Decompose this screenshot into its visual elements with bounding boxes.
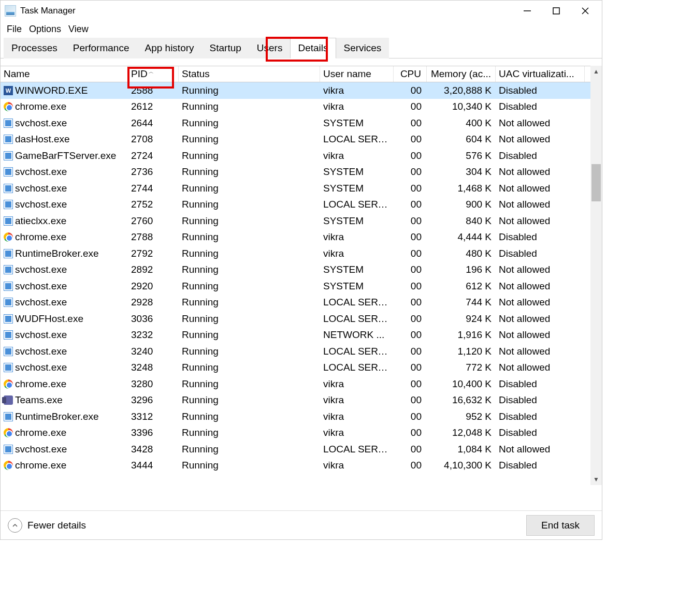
process-status: Running [179, 85, 320, 96]
process-cpu: 00 [394, 101, 427, 112]
process-cpu: 00 [394, 346, 427, 357]
process-row[interactable]: svchost.exe2744RunningSYSTEM001,468 KNot… [1, 180, 602, 197]
process-uac: Not allowed [496, 444, 585, 455]
menu-file[interactable]: File [4, 23, 25, 36]
process-row[interactable]: WWINWORD.EXE2588Runningvikra003,20,888 K… [1, 82, 602, 99]
scroll-thumb[interactable] [591, 164, 601, 201]
process-cpu: 00 [394, 199, 427, 210]
column-header-memory[interactable]: Memory (ac... [427, 66, 496, 82]
process-cpu: 00 [394, 297, 427, 308]
process-cpu: 00 [394, 444, 427, 455]
process-pid: 2760 [128, 215, 179, 227]
process-status: Running [179, 313, 320, 325]
process-cpu: 00 [394, 378, 427, 390]
process-pid: 3280 [128, 378, 179, 390]
process-row[interactable]: GameBarFTServer.exe2724Runningvikra00576… [1, 148, 602, 164]
footer-bar: Fewer details End task [1, 510, 602, 539]
process-status: Running [179, 101, 320, 112]
process-row[interactable]: svchost.exe2736RunningSYSTEM00304 KNot a… [1, 164, 602, 181]
process-user: LOCAL SERV... [320, 313, 394, 325]
tab-users[interactable]: Users [249, 38, 291, 58]
process-cpu: 00 [394, 394, 427, 406]
column-header-user[interactable]: User name [320, 66, 394, 82]
process-status: Running [179, 199, 320, 210]
process-row[interactable]: svchost.exe2892RunningSYSTEM00196 KNot a… [1, 262, 602, 278]
process-row[interactable]: WUDFHost.exe3036RunningLOCAL SERV...0092… [1, 311, 602, 327]
chrome-icon [4, 379, 13, 389]
process-row[interactable]: Teams.exe3296Runningvikra0016,632 KDisab… [1, 392, 602, 409]
tab-app-history[interactable]: App history [137, 38, 201, 58]
process-uac: Disabled [496, 248, 585, 259]
process-name: WUDFHost.exe [15, 313, 83, 325]
process-user: vikra [320, 427, 394, 438]
column-header-status[interactable]: Status [179, 66, 320, 82]
maximize-button[interactable] [550, 5, 562, 17]
process-pid: 3296 [128, 394, 179, 406]
process-pid: 2920 [128, 281, 179, 292]
process-user: LOCAL SERV... [320, 199, 394, 210]
process-cpu: 00 [394, 183, 427, 194]
process-status: Running [179, 297, 320, 308]
process-row[interactable]: svchost.exe2644RunningSYSTEM00400 KNot a… [1, 115, 602, 131]
process-row[interactable]: svchost.exe2752RunningLOCAL SERV...00900… [1, 197, 602, 213]
process-name: svchost.exe [15, 297, 67, 308]
close-button[interactable] [579, 5, 591, 17]
fewer-details-button[interactable]: Fewer details [8, 518, 86, 533]
column-header-name[interactable]: Name [1, 66, 128, 82]
process-row[interactable]: svchost.exe2920RunningSYSTEM00612 KNot a… [1, 278, 602, 295]
tab-performance[interactable]: Performance [65, 38, 137, 58]
process-row[interactable]: chrome.exe3396Runningvikra0012,048 KDisa… [1, 425, 602, 442]
process-row[interactable]: atieclxx.exe2760RunningSYSTEM00840 KNot … [1, 213, 602, 229]
tab-services[interactable]: Services [336, 38, 389, 58]
process-row[interactable]: RuntimeBroker.exe3312Runningvikra00952 K… [1, 408, 602, 425]
process-name: svchost.exe [15, 362, 67, 373]
vertical-scrollbar[interactable]: ▲ ▼ [590, 66, 602, 485]
chrome-icon [4, 428, 13, 437]
process-name: svchost.exe [15, 281, 67, 292]
column-header-uac[interactable]: UAC virtualizati... [496, 66, 585, 82]
generic-icon [4, 314, 13, 324]
tab-bar: ProcessesPerformanceApp historyStartupUs… [1, 38, 602, 58]
minimize-button[interactable] [521, 5, 533, 17]
tab-processes[interactable]: Processes [4, 38, 65, 58]
process-status: Running [179, 394, 320, 406]
process-uac: Disabled [496, 101, 585, 112]
scroll-down-arrow[interactable]: ▼ [590, 474, 602, 485]
process-row[interactable]: svchost.exe3232RunningNETWORK ...001,916… [1, 327, 602, 344]
process-row[interactable]: svchost.exe3240RunningLOCAL SERV...001,1… [1, 343, 602, 360]
process-cpu: 00 [394, 362, 427, 373]
process-row[interactable]: dasHost.exe2708RunningLOCAL SERV...00604… [1, 131, 602, 148]
process-row[interactable]: svchost.exe3428RunningLOCAL SERV...001,0… [1, 441, 602, 458]
process-row[interactable]: chrome.exe2788Runningvikra004,444 KDisab… [1, 229, 602, 246]
process-cpu: 00 [394, 215, 427, 227]
process-memory: 304 K [427, 166, 496, 178]
process-row[interactable]: RuntimeBroker.exe2792Runningvikra00480 K… [1, 245, 602, 262]
tab-details[interactable]: Details [290, 38, 336, 58]
process-cpu: 00 [394, 150, 427, 162]
column-header-cpu[interactable]: CPU [394, 66, 427, 82]
process-uac: Disabled [496, 427, 585, 438]
chrome-icon [4, 461, 13, 470]
process-row[interactable]: svchost.exe3248RunningLOCAL SERV...00772… [1, 360, 602, 376]
process-cpu: 00 [394, 460, 427, 471]
scroll-up-arrow[interactable]: ▲ [590, 66, 602, 77]
process-name: RuntimeBroker.exe [15, 248, 99, 259]
tab-startup[interactable]: Startup [202, 38, 249, 58]
process-user: LOCAL SERV... [320, 134, 394, 145]
end-task-button[interactable]: End task [526, 515, 595, 536]
process-row[interactable]: chrome.exe2612Runningvikra0010,340 KDisa… [1, 99, 602, 115]
process-status: Running [179, 362, 320, 373]
details-table: NamePID︿StatusUser nameCPUMemory (ac...U… [1, 66, 602, 485]
process-row[interactable]: chrome.exe3280Runningvikra0010,400 KDisa… [1, 376, 602, 392]
process-row[interactable]: chrome.exe3444Runningvikra004,10,300 KDi… [1, 458, 602, 474]
chevron-up-icon [8, 518, 22, 533]
column-header-pid[interactable]: PID︿ [128, 66, 179, 82]
process-name: svchost.exe [15, 118, 67, 129]
menu-view[interactable]: View [65, 23, 92, 36]
process-row[interactable]: svchost.exe2928RunningLOCAL SERV...00744… [1, 295, 602, 311]
generic-icon [4, 216, 13, 226]
process-uac: Disabled [496, 394, 585, 406]
process-user: vikra [320, 411, 394, 422]
menu-options[interactable]: Options [26, 23, 64, 36]
process-pid: 2612 [128, 101, 179, 112]
